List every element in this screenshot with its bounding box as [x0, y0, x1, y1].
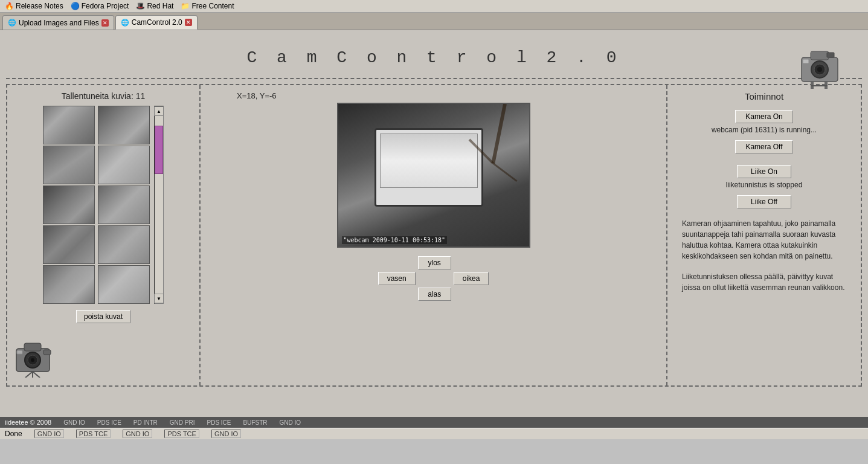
tab-upload[interactable]: 🌐 Upload Images and Files ✕	[2, 15, 114, 30]
thumbnail-2[interactable]	[98, 106, 150, 144]
motion-on-button[interactable]: Liike On	[737, 165, 791, 178]
svg-rect-15	[43, 350, 51, 355]
camera-on-button[interactable]: Kamera On	[735, 110, 792, 123]
camera-off-button[interactable]: Kamera Off	[735, 140, 792, 153]
tab-upload-close[interactable]: ✕	[101, 19, 109, 27]
app-title: C a m C o n t r o l 2 . 0	[6, 36, 862, 73]
scrollbar-thumb[interactable]	[155, 126, 163, 174]
thumbnail-image-10	[98, 266, 149, 303]
bookmark-free-content[interactable]: 📁 Free Content	[178, 1, 236, 11]
bookmark-label: Release Notes	[16, 2, 63, 10]
thumbnail-grid	[43, 106, 152, 304]
svg-rect-6	[803, 59, 809, 63]
footer-item-7: GND IO	[280, 419, 301, 426]
free-content-icon: 📁	[181, 2, 190, 10]
thumbnail-image-7	[43, 226, 94, 263]
down-button[interactable]: alas	[418, 288, 451, 301]
monitor-display	[375, 128, 483, 207]
description-text-2: Liiketunnistuksen ollessa päällä, päivit…	[680, 271, 849, 293]
right-panel: Toiminnot Kamera On webcam (pid 16311) i…	[667, 85, 861, 385]
thumbnail-image-5	[43, 186, 94, 224]
svg-point-14	[31, 358, 34, 362]
coords-label: X=18, Y=-6	[237, 91, 277, 100]
thumbnail-9[interactable]	[43, 265, 95, 304]
scrollbar-up[interactable]: ▲	[154, 106, 164, 116]
thumbnail-6[interactable]	[98, 185, 150, 224]
bookmark-fedora[interactable]: 🔵 Fedora Project	[68, 1, 132, 11]
svg-rect-11	[24, 343, 41, 351]
footer-item-3: PD INTR	[133, 419, 158, 426]
left-button[interactable]: vasen	[378, 272, 416, 285]
browser-chrome: 🔥 Release Notes 🔵 Fedora Project 🎩 Red H…	[0, 0, 868, 30]
top-separator	[6, 78, 862, 79]
status-done: Done	[5, 430, 22, 438]
left-panel: Tallentuneita kuvia: 11	[7, 85, 201, 385]
monitor-screen	[380, 134, 478, 188]
statusbar-item-3: GND IO	[123, 430, 152, 438]
fedora-icon: 🔵	[71, 2, 80, 10]
thumbnail-8[interactable]	[98, 225, 150, 264]
tabs-bar: 🌐 Upload Images and Files ✕ 🌐 CamControl…	[0, 13, 868, 30]
footer-item-1: GND IO	[63, 419, 85, 426]
svg-rect-5	[827, 53, 834, 57]
svg-rect-1	[811, 51, 829, 60]
delete-images-button[interactable]: poista kuvat	[76, 310, 130, 323]
scrollbar-down[interactable]: ▼	[154, 294, 164, 303]
thumbnail-scrollbar[interactable]: ▲ ▼	[154, 106, 164, 304]
motion-off-button[interactable]: Liike Off	[737, 195, 791, 208]
footer-item-6: BUFSTR	[243, 419, 268, 426]
thumbnail-image-8	[98, 226, 149, 263]
thumbnail-grid-wrapper: ▲ ▼	[43, 106, 164, 304]
page-wrapper: C a m C o n t r o l 2 . 0 Tallentuneita …	[0, 30, 868, 417]
statusbar-item-2: PDS TCE	[76, 430, 111, 438]
footer-copyright: iideetee © 2008	[5, 419, 51, 426]
thumbnail-7[interactable]	[43, 225, 95, 264]
svg-line-20	[493, 104, 505, 163]
up-button[interactable]: ylos	[418, 256, 451, 269]
svg-point-4	[817, 67, 822, 72]
thumbnail-1[interactable]	[43, 106, 95, 144]
main-layout: Tallentuneita kuvia: 11	[6, 84, 862, 387]
center-panel: X=18, Y=-6 "webcam 2009-10-11 00:53:18"	[201, 85, 667, 385]
thumbnail-image-1	[43, 106, 94, 144]
tab-camcontrol[interactable]: 🌐 CamControl 2.0 ✕	[115, 15, 198, 30]
camera-icon-bottom	[13, 335, 62, 379]
statusbar-item-1: GND IO	[34, 430, 64, 438]
thumbnail-image-6	[98, 186, 149, 224]
bookmark-label: Red Hat	[147, 2, 173, 10]
thumbnail-5[interactable]	[43, 185, 95, 224]
bookmarks-bar: 🔥 Release Notes 🔵 Fedora Project 🎩 Red H…	[0, 0, 868, 13]
tab-camcontrol-close[interactable]: ✕	[185, 19, 192, 26]
camera-image-top	[789, 36, 850, 97]
bookmark-release-notes[interactable]: 🔥 Release Notes	[2, 1, 66, 11]
redhat-icon: 🎩	[136, 2, 145, 10]
upload-tab-icon: 🌐	[8, 19, 16, 27]
footer-item-5: PDS ICE	[207, 419, 231, 426]
thumbnail-image-3	[43, 146, 94, 184]
camcontrol-tab-label: CamControl 2.0	[132, 18, 182, 27]
thumbnail-3[interactable]	[43, 146, 95, 184]
bookmark-label: Fedora Project	[82, 2, 129, 10]
thumbnail-image-2	[98, 106, 149, 144]
saved-count-label: Tallentuneita kuvia: 11	[62, 91, 146, 101]
description-text-1: Kameran ohjaaminen tapahtuu, joko painam…	[680, 218, 849, 262]
footer-item-4: GND PRI	[170, 419, 195, 426]
webcam-feed-inner: "webcam 2009-10-11 00:53:18"	[338, 104, 529, 246]
right-button[interactable]: oikea	[454, 272, 489, 285]
thumbnail-10[interactable]	[98, 265, 150, 304]
footer-bar: iideetee © 2008 GND IO PDS ICE PD INTR G…	[0, 417, 868, 428]
svg-line-19	[33, 372, 40, 378]
thumbnail-image-9	[43, 266, 94, 303]
direction-controls: ylos vasen oikea alas	[378, 256, 489, 301]
svg-rect-16	[17, 350, 22, 354]
camcontrol-tab-icon: 🌐	[121, 19, 129, 27]
motion-stopped-status: liiketunnistus is stopped	[680, 181, 849, 189]
webcam-timestamp: "webcam 2009-10-11 00:53:18"	[342, 236, 448, 244]
status-bar: Done GND IO PDS TCE GND IO PDS TCE GND I…	[0, 428, 868, 439]
webcam-feed[interactable]: "webcam 2009-10-11 00:53:18"	[337, 103, 530, 248]
thumbnail-image-4	[98, 146, 149, 184]
statusbar-item-5: GND IO	[211, 430, 241, 438]
release-notes-icon: 🔥	[5, 2, 14, 10]
bookmark-redhat[interactable]: 🎩 Red Hat	[133, 1, 176, 11]
thumbnail-4[interactable]	[98, 146, 150, 184]
